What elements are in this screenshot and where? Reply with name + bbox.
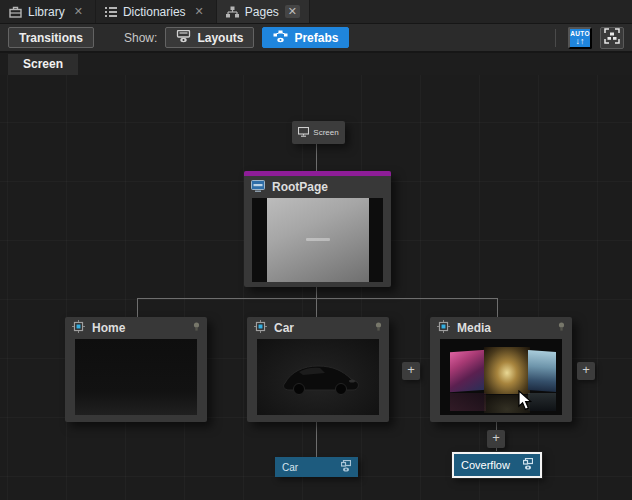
bulb-icon[interactable] <box>558 321 565 335</box>
media-preview-image <box>440 339 562 415</box>
coverflow-cover-center <box>484 347 530 394</box>
toolbox-icon <box>9 6 22 18</box>
auto-layout-button[interactable]: AUTO ↓↑ <box>568 27 592 49</box>
tab-label: Dictionaries <box>123 5 186 19</box>
add-prefab-button-below-media[interactable]: + <box>487 430 505 448</box>
breadcrumb-screen-tab[interactable]: Screen <box>8 54 78 75</box>
editor-tab-bar: Library ✕ Dictionaries ✕ Pages ✕ <box>0 0 632 24</box>
car-node[interactable]: Car <box>247 317 389 422</box>
list-icon <box>105 6 117 18</box>
prefab-chip-icon <box>437 320 450 336</box>
car-silhouette <box>273 357 363 397</box>
rootpage-node[interactable]: RootPage <box>244 171 391 287</box>
home-preview-image <box>75 339 197 415</box>
toolbar-divider <box>555 29 556 47</box>
wire-horizontal <box>137 298 498 299</box>
fit-view-icon <box>604 28 620 47</box>
badge-label: Coverflow <box>461 459 510 471</box>
close-icon[interactable]: ✕ <box>285 5 300 18</box>
wire-rootpage-down <box>316 287 317 298</box>
media-title: Media <box>457 321 491 335</box>
coverflow-reflection <box>450 393 486 411</box>
rootpage-header: RootPage <box>244 176 391 198</box>
screen-node-label: Screen <box>313 128 338 137</box>
rootpage-thumbnail <box>252 198 383 282</box>
car-header: Car <box>247 317 389 339</box>
car-thumbnail <box>257 339 379 415</box>
pages-toolbar: Transitions Show: Layouts Prefabs AUTO ↓… <box>0 24 632 53</box>
layouts-label: Layouts <box>197 31 243 45</box>
wire-to-car <box>316 298 317 317</box>
home-title: Home <box>92 321 125 335</box>
tab-pages[interactable]: Pages ✕ <box>217 0 310 23</box>
car-title: Car <box>274 321 294 335</box>
sitemap-icon <box>226 6 239 18</box>
prefabs-eye-icon <box>273 30 288 46</box>
prefab-chip-icon <box>72 320 85 336</box>
bulb-icon[interactable] <box>375 321 382 335</box>
coverflow-cover-right <box>528 350 556 392</box>
prefab-badge-coverflow[interactable]: Coverflow <box>452 452 542 478</box>
home-header: Home <box>65 317 207 339</box>
add-page-button-after-car[interactable]: + <box>402 362 420 380</box>
tab-dictionaries[interactable]: Dictionaries ✕ <box>96 0 217 23</box>
rootpage-title: RootPage <box>272 180 328 194</box>
media-thumbnail <box>440 339 562 415</box>
badge-label: Car <box>282 462 298 473</box>
bulb-icon[interactable] <box>193 321 200 335</box>
media-node[interactable]: Media <box>430 317 572 422</box>
home-node[interactable]: Home <box>65 317 207 422</box>
layouts-toggle-button[interactable]: Layouts <box>165 27 254 48</box>
tab-label: Library <box>28 5 65 19</box>
mouse-cursor <box>518 390 533 415</box>
wire-to-media <box>497 298 498 317</box>
close-icon[interactable]: ✕ <box>71 5 86 18</box>
prefab-eye-icon <box>341 460 351 474</box>
prefabs-label: Prefabs <box>294 31 338 45</box>
page-monitor-icon <box>251 180 265 195</box>
fit-view-button[interactable] <box>600 27 624 49</box>
prefab-badge-car[interactable]: Car <box>275 457 358 477</box>
wire-to-home <box>137 298 138 317</box>
media-header: Media <box>430 317 572 339</box>
prefabs-toggle-button[interactable]: Prefabs <box>262 27 349 48</box>
home-thumbnail <box>75 339 197 415</box>
close-icon[interactable]: ✕ <box>192 5 207 18</box>
add-page-button-after-media[interactable]: + <box>577 362 595 380</box>
tab-library[interactable]: Library ✕ <box>0 0 96 23</box>
show-label: Show: <box>124 31 157 45</box>
breadcrumb-row: Screen <box>0 53 632 75</box>
rootpage-preview-watermark <box>306 238 330 241</box>
prefab-chip-icon <box>254 320 267 336</box>
screen-node[interactable]: Screen <box>292 121 345 144</box>
wire-screen-rootpage <box>316 144 317 171</box>
transitions-button[interactable]: Transitions <box>8 27 94 48</box>
wire-car-badge <box>316 422 317 457</box>
rootpage-preview-image <box>267 198 369 282</box>
tab-label: Pages <box>245 5 279 19</box>
page-graph-canvas[interactable]: Screen RootPage Home <box>0 75 632 500</box>
car-preview-image <box>257 339 379 415</box>
auto-arrows-icon: ↓↑ <box>576 37 585 46</box>
layouts-eye-icon <box>176 30 191 46</box>
monitor-icon <box>298 127 309 139</box>
prefab-eye-icon <box>523 458 533 472</box>
coverflow-cover-left <box>450 350 486 393</box>
